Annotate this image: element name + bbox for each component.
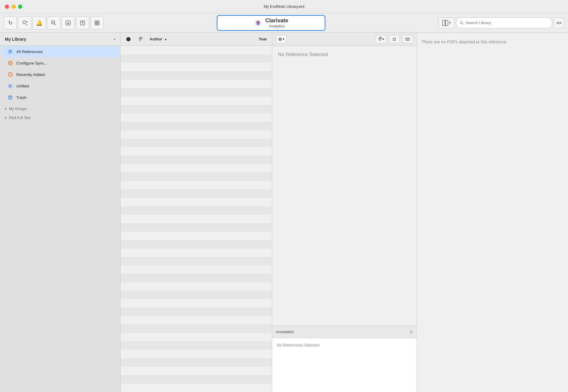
table-row[interactable] xyxy=(121,181,272,189)
table-row[interactable] xyxy=(121,206,272,215)
svg-line-28 xyxy=(10,74,11,75)
table-row[interactable] xyxy=(121,164,272,172)
clarivate-logo-button[interactable]: Clarivate Analytics xyxy=(217,15,325,31)
trash-icon xyxy=(7,94,13,100)
table-row[interactable] xyxy=(121,147,272,156)
my-groups-chevron-icon: ▾ xyxy=(5,107,7,111)
table-row[interactable] xyxy=(121,248,272,257)
table-row[interactable] xyxy=(121,198,272,206)
gear-button[interactable]: ⚙ ▾ xyxy=(276,35,287,43)
sidebar-item-label-all-references: All References xyxy=(16,49,43,54)
export-button[interactable] xyxy=(76,16,89,30)
search-input[interactable] xyxy=(465,21,548,25)
sidebar-section-label-my-groups: My Groups xyxy=(9,107,27,111)
recently-added-icon xyxy=(7,71,13,77)
tools-button[interactable] xyxy=(90,16,104,30)
no-references-area: No References Selected xyxy=(272,338,417,392)
close-button[interactable] xyxy=(5,5,9,9)
open-external-icon xyxy=(392,37,397,42)
email-button[interactable] xyxy=(402,35,413,43)
svg-line-20 xyxy=(462,23,463,24)
table-row[interactable] xyxy=(121,324,272,333)
table-row[interactable] xyxy=(121,257,272,265)
sidebar-item-trash[interactable]: Trash xyxy=(1,92,119,103)
sidebar-item-unfiled[interactable]: Unfiled xyxy=(1,81,119,91)
import-button[interactable] xyxy=(62,16,75,30)
minimize-button[interactable] xyxy=(11,5,16,9)
table-row[interactable] xyxy=(121,122,272,130)
col-header-year[interactable]: Year xyxy=(251,37,270,41)
open-external-button[interactable] xyxy=(389,35,400,43)
table-row[interactable] xyxy=(121,96,272,105)
table-row[interactable] xyxy=(121,350,272,358)
search-bar[interactable] xyxy=(456,17,552,28)
table-row[interactable] xyxy=(121,367,272,375)
annotated-bar[interactable]: Annotated ⇅ xyxy=(272,326,417,338)
add-reference-button[interactable] xyxy=(18,16,31,30)
table-row[interactable] xyxy=(121,375,272,384)
table-row[interactable] xyxy=(121,215,272,223)
svg-point-25 xyxy=(8,61,12,65)
table-row[interactable] xyxy=(121,240,272,248)
table-row[interactable] xyxy=(121,358,272,367)
table-row[interactable] xyxy=(121,54,272,63)
table-row[interactable] xyxy=(121,223,272,232)
col-header-attachment[interactable] xyxy=(134,37,147,42)
sidebar-section-find-full-text[interactable]: ▾ Find Full Text xyxy=(0,112,120,121)
maximize-button[interactable] xyxy=(18,5,22,9)
svg-point-0 xyxy=(23,21,26,24)
table-row[interactable] xyxy=(121,232,272,240)
email-icon xyxy=(405,37,410,42)
table-row[interactable] xyxy=(121,88,272,96)
configure-sync-icon xyxy=(7,60,13,66)
table-row[interactable] xyxy=(121,333,272,341)
table-row[interactable] xyxy=(121,299,272,308)
table-row[interactable] xyxy=(121,139,272,147)
search-expand-button[interactable]: >> xyxy=(554,17,564,28)
notifications-button[interactable]: 🔔 xyxy=(33,16,46,30)
find-full-text-chevron-icon: ▾ xyxy=(5,116,7,120)
table-row[interactable] xyxy=(121,113,272,122)
table-row[interactable] xyxy=(121,156,272,164)
traffic-lights xyxy=(5,5,22,9)
all-references-icon xyxy=(7,49,13,55)
svg-line-1 xyxy=(26,24,27,26)
sidebar-item-configure-sync[interactable]: Configure Sync... xyxy=(1,58,119,68)
svg-rect-13 xyxy=(95,23,97,25)
table-row[interactable] xyxy=(121,172,272,181)
table-row[interactable] xyxy=(121,105,272,113)
table-row[interactable] xyxy=(121,274,272,282)
table-row[interactable] xyxy=(121,308,272,316)
sidebar-item-recently-added[interactable]: Recently Added xyxy=(1,69,119,80)
sync-button[interactable]: ↻ xyxy=(4,16,17,30)
sidebar-header: My Library ▾ xyxy=(0,33,120,46)
table-row[interactable] xyxy=(121,80,272,88)
table-row[interactable] xyxy=(121,46,272,54)
svg-rect-14 xyxy=(97,23,99,25)
sidebar-section-label-find-full-text: Find Full Text xyxy=(9,116,30,120)
sidebar-item-all-references[interactable]: All References xyxy=(1,46,119,57)
list-header: Author ▲ Year xyxy=(121,33,272,46)
annotated-stepper-icon[interactable]: ⇅ xyxy=(409,330,413,334)
svg-rect-33 xyxy=(9,96,12,99)
sidebar-item-label-unfiled: Unfiled xyxy=(16,84,29,88)
find-full-text-button[interactable] xyxy=(47,16,60,30)
table-row[interactable] xyxy=(121,341,272,350)
attachment-button[interactable]: ▾ xyxy=(376,35,387,43)
svg-rect-12 xyxy=(97,21,99,23)
unfiled-icon xyxy=(7,83,13,89)
table-row[interactable] xyxy=(121,316,272,324)
table-row[interactable] xyxy=(121,189,272,198)
gear-icon: ⚙ xyxy=(278,37,282,42)
table-row[interactable] xyxy=(121,291,272,299)
col-header-author[interactable]: Author ▲ xyxy=(147,37,251,41)
annotated-label: Annotated xyxy=(276,330,294,334)
table-row[interactable] xyxy=(121,282,272,291)
layout-button[interactable]: ▾ xyxy=(438,17,455,28)
table-row[interactable] xyxy=(121,63,272,71)
table-row[interactable] xyxy=(121,130,272,139)
sidebar-section-my-groups[interactable]: ▾ My Groups xyxy=(0,103,120,112)
sidebar: My Library ▾ All References xyxy=(0,33,121,392)
table-row[interactable] xyxy=(121,265,272,274)
table-row[interactable] xyxy=(121,71,272,80)
